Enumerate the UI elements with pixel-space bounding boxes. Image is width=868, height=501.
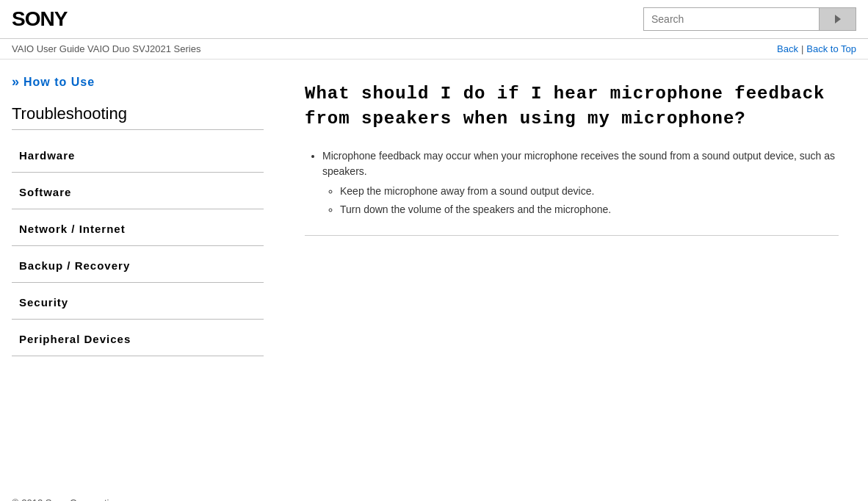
header: SONY xyxy=(0,0,868,39)
nav-bar: VAIO User Guide VAIO Duo SVJ2021 Series … xyxy=(0,39,868,60)
footer: © 2012 Sony Corporation xyxy=(0,486,868,501)
nav-separator: | xyxy=(801,43,803,54)
how-to-use-label[interactable]: How to Use xyxy=(23,76,95,89)
search-input[interactable] xyxy=(643,7,820,31)
how-to-use-arrow-icon: » xyxy=(12,74,19,90)
sidebar-item-software[interactable]: Software xyxy=(12,173,264,209)
sidebar: » How to Use Troubleshooting Hardware So… xyxy=(0,60,275,486)
bullet-item-1-text: Microphone feedback may occur when your … xyxy=(322,150,835,177)
search-button[interactable] xyxy=(820,7,856,31)
sidebar-item-hardware[interactable]: Hardware xyxy=(12,136,264,173)
content-divider xyxy=(305,235,839,236)
sidebar-item-peripheral-devices[interactable]: Peripheral Devices xyxy=(12,320,264,356)
bullet-item-1: Microphone feedback may occur when your … xyxy=(322,148,839,217)
sub-bullet-list: Keep the microphone away from a sound ou… xyxy=(340,184,839,217)
content-title: What should I do if I hear microphone fe… xyxy=(305,82,839,131)
content-bullet-list: Microphone feedback may occur when your … xyxy=(322,148,839,217)
sub-bullet-item-2: Turn down the volume of the speakers and… xyxy=(340,202,839,217)
troubleshooting-heading: Troubleshooting xyxy=(12,104,264,130)
sub-bullet-item-1: Keep the microphone away from a sound ou… xyxy=(340,184,839,199)
nav-links: Back | Back to Top xyxy=(777,43,856,54)
main-layout: » How to Use Troubleshooting Hardware So… xyxy=(0,60,868,486)
how-to-use-section: » How to Use xyxy=(12,74,264,90)
back-link[interactable]: Back xyxy=(777,43,798,54)
back-to-top-link[interactable]: Back to Top xyxy=(806,43,856,54)
page-title: VAIO User Guide VAIO Duo SVJ2021 Series xyxy=(12,43,200,54)
search-arrow-icon xyxy=(835,15,841,24)
sidebar-item-backup-recovery[interactable]: Backup / Recovery xyxy=(12,246,264,283)
search-area xyxy=(643,7,856,31)
sidebar-item-security[interactable]: Security xyxy=(12,283,264,320)
copyright-text: © 2012 Sony Corporation xyxy=(12,497,120,501)
sidebar-item-network-internet[interactable]: Network / Internet xyxy=(12,209,264,246)
sony-logo: SONY xyxy=(12,7,67,31)
content-area: What should I do if I hear microphone fe… xyxy=(275,60,868,486)
